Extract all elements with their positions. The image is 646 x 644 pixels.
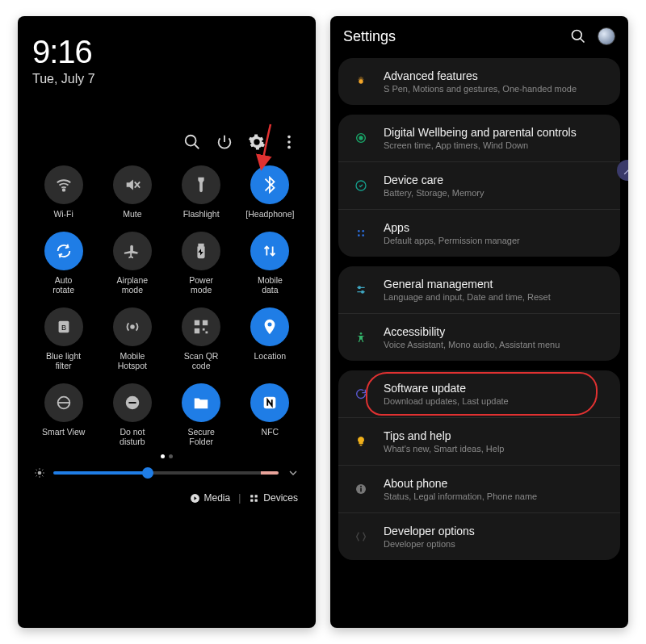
settings-row-dev[interactable]: Developer optionsDeveloper options <box>338 512 620 560</box>
settings-row-swupdate[interactable]: Software updateDownload updates, Last up… <box>338 370 620 417</box>
qs-tile-airplane[interactable]: Airplane mode <box>99 232 165 295</box>
settings-row-subtitle: Download updates, Last update <box>384 396 509 406</box>
qs-tile-label: Auto rotate <box>52 275 74 295</box>
qs-tile-mobile-data[interactable]: Mobile data <box>237 232 303 295</box>
svg-rect-12 <box>203 320 208 325</box>
qs-tile-label: Do not disturb <box>120 427 145 446</box>
power-mode-icon <box>182 232 220 270</box>
settings-row-tips[interactable]: Tips and helpWhat's new, Smart ideas, He… <box>338 417 620 465</box>
settings-row-devicecare[interactable]: Device careBattery, Storage, Memory <box>338 161 620 209</box>
a11y-icon <box>350 326 372 349</box>
svg-point-20 <box>38 471 42 475</box>
profile-avatar[interactable] <box>598 27 615 45</box>
qs-tile-location[interactable]: Location <box>237 307 303 370</box>
brightness-slider[interactable] <box>18 463 316 484</box>
qs-tile-power-mode[interactable]: Power mode <box>169 232 234 295</box>
settings-icon[interactable] <box>248 133 266 151</box>
settings-row-title: Software update <box>384 382 509 395</box>
settings-card: General managementLanguage and input, Da… <box>338 266 620 361</box>
qs-tile-autorotate[interactable]: Auto rotate <box>31 232 96 295</box>
power-icon[interactable] <box>216 133 233 151</box>
nfc-icon <box>250 383 289 422</box>
settings-row-subtitle: Voice Assistant, Mono audio, Assistant m… <box>384 340 560 349</box>
qs-tile-smartview[interactable]: Smart View <box>31 383 96 446</box>
qs-tile-wifi[interactable]: Wi-Fi <box>31 165 96 219</box>
qs-tile-bluelight[interactable]: BBlue light filter <box>31 307 96 370</box>
svg-point-35 <box>573 31 582 40</box>
settings-card: Software updateDownload updates, Last up… <box>338 370 620 560</box>
svg-point-43 <box>362 234 364 236</box>
devices-button[interactable]: Devices <box>249 492 298 504</box>
apps-icon <box>350 222 372 245</box>
settings-screen: Settings Advanced featuresS Pen, Motions… <box>330 16 628 628</box>
svg-rect-33 <box>250 500 253 502</box>
settings-row-subtitle: Screen time, App timers, Wind Down <box>384 140 577 150</box>
footer-separator: | <box>238 492 241 504</box>
chevron-down-icon[interactable] <box>287 466 300 479</box>
autorotate-icon <box>44 232 83 270</box>
qs-tile-dnd[interactable]: Do not disturb <box>99 383 165 446</box>
settings-row-subtitle: Developer options <box>384 539 475 549</box>
svg-rect-49 <box>360 445 363 445</box>
qs-tile-bluetooth[interactable]: [Headphone] <box>237 165 303 219</box>
dnd-icon <box>113 383 152 422</box>
qs-tile-mute[interactable]: Mute <box>99 165 165 219</box>
settings-row-title: Digital Wellbeing and parental controls <box>384 126 577 139</box>
qs-tile-hotspot[interactable]: Mobile Hotspot <box>99 307 165 370</box>
svg-rect-14 <box>203 328 205 331</box>
more-overflow-icon[interactable] <box>280 133 298 151</box>
qs-tile-label: Location <box>254 351 287 361</box>
qs-tile-qr[interactable]: Scan QR code <box>169 307 234 370</box>
settings-row-subtitle: Battery, Storage, Memory <box>384 188 484 198</box>
svg-line-27 <box>36 476 37 477</box>
brightness-track[interactable] <box>53 471 279 475</box>
svg-rect-51 <box>360 488 361 492</box>
svg-point-0 <box>186 136 196 146</box>
dev-icon <box>350 525 372 548</box>
svg-rect-34 <box>255 500 258 502</box>
hotspot-icon <box>113 307 152 346</box>
qs-tile-label: Mobile Hotspot <box>118 351 147 370</box>
devicecare-icon <box>350 174 372 197</box>
qs-tile-label: Wi-Fi <box>53 209 73 219</box>
svg-rect-13 <box>195 328 199 333</box>
settings-row-apps[interactable]: AppsDefault apps, Permission manager <box>338 209 620 257</box>
settings-title: Settings <box>343 28 396 45</box>
settings-row-general[interactable]: General managementLanguage and input, Da… <box>338 266 620 313</box>
settings-card: Advanced featuresS Pen, Motions and gest… <box>338 58 620 105</box>
qs-tile-flashlight[interactable]: Flashlight <box>169 165 234 219</box>
qs-tile-securefolder[interactable]: Secure Folder <box>169 383 234 446</box>
settings-row-advanced[interactable]: Advanced featuresS Pen, Motions and gest… <box>338 58 620 105</box>
qs-tile-label: Scan QR code <box>184 351 219 370</box>
devices-label: Devices <box>263 492 298 504</box>
wifi-icon <box>44 165 83 204</box>
settings-row-title: Advanced features <box>384 69 577 82</box>
smartview-icon <box>44 383 83 422</box>
clock-time: 9:16 <box>32 34 301 70</box>
settings-row-about[interactable]: About phoneStatus, Legal information, Ph… <box>338 465 620 512</box>
media-button[interactable]: Media <box>190 492 231 504</box>
media-label: Media <box>204 492 231 504</box>
swupdate-icon <box>350 383 372 405</box>
settings-row-subtitle: S Pen, Motions and gestures, One-handed … <box>384 84 577 94</box>
qs-tile-label: Flashlight <box>183 209 220 219</box>
advanced-icon <box>350 70 372 93</box>
wellbeing-icon <box>350 127 372 149</box>
svg-text:B: B <box>61 324 66 332</box>
settings-row-subtitle: What's new, Smart ideas, Help <box>384 444 504 454</box>
svg-point-41 <box>362 230 364 232</box>
svg-point-38 <box>359 136 363 140</box>
settings-row-wellbeing[interactable]: Digital Wellbeing and parental controlsS… <box>338 115 620 161</box>
mute-icon <box>113 165 152 204</box>
svg-rect-11 <box>195 320 199 325</box>
qs-tile-label: Smart View <box>42 427 86 437</box>
search-icon[interactable] <box>183 133 201 151</box>
brightness-thumb[interactable] <box>142 467 153 479</box>
qs-tile-nfc[interactable]: NFC <box>237 383 303 446</box>
settings-row-title: Apps <box>384 221 520 234</box>
general-icon <box>350 278 372 301</box>
qs-tile-label: Secure Folder <box>187 427 214 446</box>
settings-row-a11y[interactable]: AccessibilityVoice Assistant, Mono audio… <box>338 313 620 361</box>
clock-area: 9:16 Tue, July 7 <box>18 16 316 86</box>
search-icon[interactable] <box>570 28 586 44</box>
